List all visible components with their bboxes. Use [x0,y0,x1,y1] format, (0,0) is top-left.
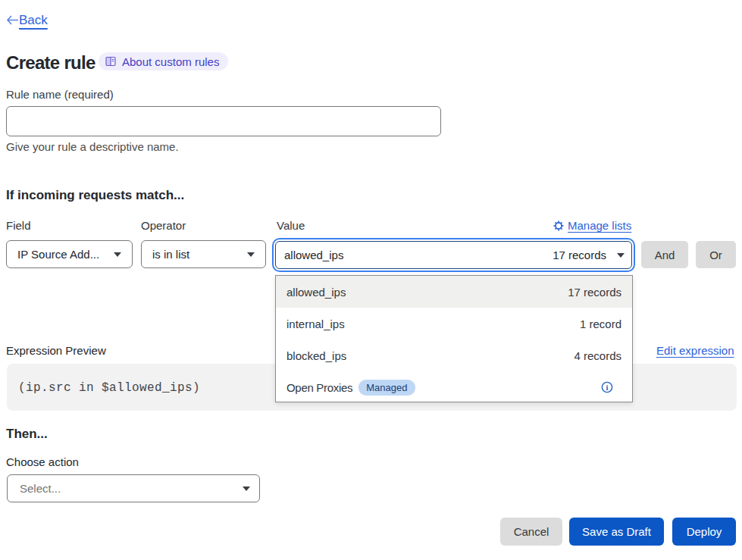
svg-text:i: i [606,383,609,392]
